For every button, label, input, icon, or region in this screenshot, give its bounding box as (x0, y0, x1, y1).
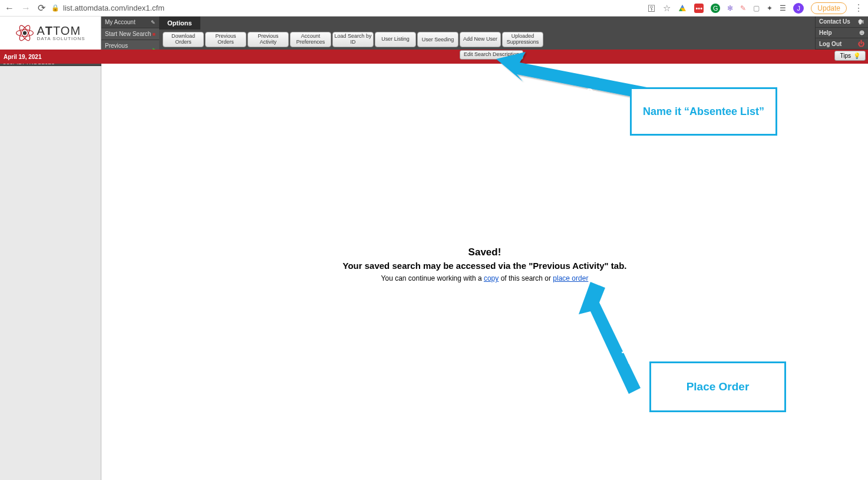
svg-marker-1 (681, 5, 684, 8)
back-icon[interactable]: ← (5, 3, 14, 14)
lock-icon: 🔒 (51, 4, 60, 12)
option-button-row: Download Orders Previous Orders Previous… (159, 29, 547, 50)
key-icon[interactable]: ⚿ (648, 4, 656, 13)
step1-label: Step 1 (583, 86, 616, 108)
edit-search-description-button[interactable]: Edit Search Description (460, 50, 523, 60)
lifebuoy-icon: ⊕ (859, 29, 864, 37)
saved-heading: Saved! (343, 246, 627, 258)
contact-us-link[interactable]: Contact Us 🗣 (815, 17, 868, 28)
load-search-by-id-button[interactable]: Load Search by ID (332, 32, 374, 47)
my-account-tab[interactable]: My Account ✎ (101, 17, 159, 28)
step2-arrow (573, 282, 661, 400)
copy-link[interactable]: copy (484, 274, 499, 282)
browser-chrome: ← → ⟳ 🔒 list.attomdata.com/index1.cfm ⚿ … (0, 0, 868, 17)
ext-gear-icon[interactable]: ✻ (727, 4, 733, 12)
reload-icon[interactable]: ⟳ (38, 2, 45, 14)
add-new-user-button[interactable]: Add New User (460, 32, 501, 47)
logo-sub-text: DATA SOLUTIONS (37, 37, 85, 41)
log-out-link[interactable]: Log Out ⏻ (815, 38, 868, 50)
download-orders-button[interactable]: Download Orders (163, 32, 204, 47)
forward-icon[interactable]: → (21, 3, 31, 14)
power-icon: ⏻ (858, 40, 864, 47)
annotation-box-2: Place Order (649, 361, 786, 412)
app-header: ATTOM DATA SOLUTIONS My Account ✎ Start … (0, 17, 868, 50)
logo-main-text: ATTOM (37, 25, 85, 37)
browser-menu-icon[interactable]: ⋮ (854, 2, 863, 14)
saved-line3: You can continue working with a copy of … (343, 274, 627, 282)
previous-orders-button[interactable]: Previous Orders (205, 32, 246, 47)
user-seeding-button[interactable]: User Seeding (417, 32, 458, 47)
browser-right-icons: ⚿ ☆ ••• G ✻ ✎ ▢ ✦ ☰ J Update ⋮ (648, 2, 863, 14)
tips-button[interactable]: Tips 💡 (834, 51, 866, 61)
svg-point-6 (23, 31, 27, 35)
saved-message: Saved! Your saved search may be accessed… (343, 246, 627, 282)
uploaded-suppressions-button[interactable]: Uploaded Suppressions (502, 32, 543, 47)
dot-icon: ■ (153, 31, 156, 37)
profile-avatar[interactable]: J (793, 3, 804, 14)
header-right-nav: Contact Us 🗣 Help ⊕ Log Out ⏻ (815, 17, 868, 50)
user-listing-button[interactable]: User Listing (375, 32, 416, 47)
atom-icon (15, 24, 34, 42)
saved-subheading: Your saved search may be accessed via th… (343, 261, 627, 271)
top-tab-area: Options Download Orders Previous Orders … (159, 17, 547, 50)
star-icon[interactable]: ☆ (663, 3, 671, 14)
body: Saved! Your saved search may be accessed… (0, 64, 868, 480)
help-link[interactable]: Help ⊕ (815, 28, 868, 39)
svg-marker-8 (579, 282, 641, 394)
place-order-link[interactable]: place order (553, 274, 588, 282)
left-sidebar (0, 64, 101, 480)
red-bar: April 19, 2021 Edit Search Description T… (0, 50, 868, 64)
ext-red-icon[interactable]: ••• (694, 4, 704, 13)
previous-activity-button[interactable]: Previous Activity (247, 32, 289, 47)
step2-label: Step 2 (615, 334, 638, 366)
date-label: April 19, 2021 (0, 54, 101, 60)
lightbulb-icon: 💡 (853, 52, 860, 59)
tab-options[interactable]: Options (159, 17, 200, 29)
address-bar[interactable]: 🔒 list.attomdata.com/index1.cfm (51, 4, 164, 12)
header-left-nav: My Account ✎ Start New Search ■ Previous… (101, 17, 159, 50)
browser-nav-buttons: ← → ⟳ (5, 2, 45, 14)
update-button[interactable]: Update (811, 2, 847, 14)
reading-list-icon[interactable]: ☰ (780, 4, 786, 12)
megaphone-icon: 🗣 (858, 18, 864, 25)
extensions-icon[interactable]: ✦ (767, 4, 773, 12)
pencil-icon: ✎ (151, 19, 156, 25)
drive-icon[interactable] (678, 4, 687, 13)
url-text: list.attomdata.com/index1.cfm (63, 4, 164, 12)
ext-box-icon[interactable]: ▢ (753, 4, 760, 12)
annotation-box-1: Name it “Absentee List” (630, 87, 777, 136)
main-content: Saved! Your saved search may be accessed… (101, 64, 868, 480)
ext-green-icon[interactable]: G (711, 4, 720, 13)
logo[interactable]: ATTOM DATA SOLUTIONS (0, 17, 101, 50)
account-preferences-button[interactable]: Account Preferences (290, 32, 331, 47)
ext-pen-icon[interactable]: ✎ (740, 4, 746, 12)
start-new-search-tab[interactable]: Start New Search ■ (101, 28, 159, 40)
